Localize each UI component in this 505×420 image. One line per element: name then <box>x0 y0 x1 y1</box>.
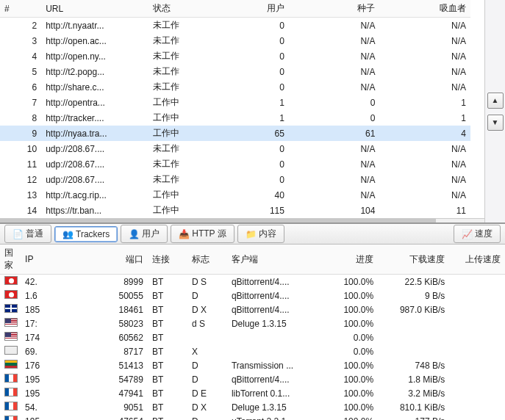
tracker-cell-url: udp://208.67.... <box>41 141 148 156</box>
col-header-flags[interactable]: 标志 <box>187 245 227 275</box>
peer-cell-client: qBittorrent/4.... <box>227 303 323 316</box>
tracker-cell-seeds: N/A <box>289 187 380 203</box>
peer-cell-conn: BT <box>148 372 187 386</box>
tracker-row[interactable]: 12udp://208.67....未工作0N/AN/A <box>0 172 470 187</box>
tab-http[interactable]: 📥 HTTP 源 <box>171 225 234 243</box>
col-header-client[interactable]: 客户端 <box>227 245 323 275</box>
tab-general[interactable]: 📄 普通 <box>4 225 51 243</box>
peer-row[interactable]: 17651413BTDTransmission ...100.0%748 B/s <box>0 358 505 372</box>
col-header-leechers[interactable]: 吸血者 <box>379 0 470 18</box>
col-header-connection[interactable]: 连接 <box>148 245 187 275</box>
tab-content-label: 内容 <box>259 228 276 240</box>
peer-row[interactable]: 19554789BTDqBittorrent/4....100.0%1.8 Mi… <box>0 372 505 386</box>
peer-cell-ul <box>449 400 505 414</box>
tracker-row[interactable]: 11udp://208.67....未工作0N/AN/A <box>0 156 470 172</box>
tracker-row[interactable]: 2http://t.nyaatr...未工作0N/AN/A <box>0 18 470 34</box>
col-header-port[interactable]: 端口 <box>100 245 148 275</box>
tracker-row[interactable]: 5http://t2.popg...未工作0N/AN/A <box>0 64 470 79</box>
bottom-tab-bar: 📄 普通 👥 Trackers 👤 用户 📥 HTTP 源 📁 内容 📈 速度 <box>0 224 505 245</box>
peer-flag-cell <box>0 414 21 420</box>
peer-row[interactable]: 69.8717BTX0.0% <box>0 344 505 358</box>
peer-row[interactable]: 42.8999BTD SqBittorrent/4....100.0%22.5 … <box>0 275 505 289</box>
tab-speed[interactable]: 📈 速度 <box>454 225 501 243</box>
tracker-cell-url: udp://208.67.... <box>41 172 148 187</box>
peer-cell-dl <box>378 330 449 344</box>
tracker-cell-url: http://t.nyaatr... <box>41 18 148 34</box>
peer-cell-dl <box>378 316 449 330</box>
tab-http-label: HTTP 源 <box>192 228 226 240</box>
tab-speed-label: 速度 <box>475 228 493 240</box>
col-header-ulspeed[interactable]: 上传速度 <box>449 245 505 275</box>
peers-pane[interactable]: 国家 IP 端口 连接 标志 客户端 进度 下载速度 上传速度 42.8999B… <box>0 245 505 420</box>
peer-cell-ip: 54. <box>21 400 100 414</box>
peer-cell-client: Deluge 1.3.15 <box>227 316 323 330</box>
peer-row[interactable]: 19547941BTD ElibTorrent 0.1...100.0%3.2 … <box>0 386 505 400</box>
peer-cell-conn: BT <box>148 400 187 414</box>
col-header-country[interactable]: 国家 <box>0 245 21 275</box>
col-header-url[interactable]: URL <box>41 0 148 18</box>
tracker-cell-users: 1 <box>198 110 289 126</box>
tracker-row[interactable]: 9http://nyaa.tra...工作中65614 <box>0 126 470 141</box>
tracker-cell-status: 工作中 <box>148 110 198 126</box>
peers-header-row: 国家 IP 端口 连接 标志 客户端 进度 下载速度 上传速度 <box>0 245 505 275</box>
tracker-row[interactable]: 4http://open.ny...未工作0N/AN/A <box>0 48 470 64</box>
tab-users[interactable]: 👤 用户 <box>121 225 168 243</box>
peer-cell-flags: D E <box>187 386 227 400</box>
tracker-row[interactable]: 6http://share.c...未工作0N/AN/A <box>0 79 470 95</box>
peer-cell-flags: D X <box>187 400 227 414</box>
peer-cell-client: qBittorrent/4.... <box>227 275 323 289</box>
peer-cell-ul <box>449 303 505 316</box>
trackers-hscrollbar[interactable] <box>0 218 484 222</box>
tracker-cell-users: 0 <box>198 79 289 95</box>
peer-cell-conn: BT <box>148 289 187 303</box>
peer-flag-cell <box>0 275 21 289</box>
tracker-row[interactable]: 14https://tr.ban...工作中11510411 <box>0 203 470 218</box>
peer-cell-prog: 100.0% <box>323 400 379 414</box>
move-down-button[interactable]: ▼ <box>487 115 504 131</box>
col-header-users[interactable]: 用户 <box>198 0 289 18</box>
tracker-cell-leech: N/A <box>379 141 470 156</box>
peer-cell-client <box>227 344 323 358</box>
tab-trackers[interactable]: 👥 Trackers <box>54 226 118 242</box>
tracker-cell-status: 工作中 <box>148 187 198 203</box>
peer-cell-flags: D <box>187 414 227 420</box>
tracker-row[interactable]: 13http://t.acg.rip...工作中40N/AN/A <box>0 187 470 203</box>
col-header-seeds[interactable]: 种子 <box>289 0 380 18</box>
tracker-row[interactable]: 8http://tracker....工作中101 <box>0 110 470 126</box>
tracker-cell-idx: 2 <box>0 18 41 34</box>
tracker-cell-users: 0 <box>198 141 289 156</box>
peer-cell-ip: 195 <box>21 372 100 386</box>
peer-row[interactable]: 19547654BTDμTorrent 2.2.1100.0%177 B/s <box>0 414 505 420</box>
peer-cell-ip: 185 <box>21 303 100 316</box>
move-up-button[interactable]: ▲ <box>487 93 504 109</box>
tracker-cell-seeds: N/A <box>289 18 380 34</box>
peer-row[interactable]: 17:58023BTd SDeluge 1.3.15100.0% <box>0 316 505 330</box>
tracker-row[interactable]: 10udp://208.67....未工作0N/AN/A <box>0 141 470 156</box>
col-header-dlspeed[interactable]: 下载速度 <box>378 245 449 275</box>
peer-cell-ul <box>449 344 505 358</box>
col-header-progress[interactable]: 进度 <box>323 245 379 275</box>
tracker-row[interactable]: 7http://opentra...工作中101 <box>0 95 470 110</box>
peer-cell-ul <box>449 330 505 344</box>
tracker-cell-url: http://t2.popg... <box>41 64 148 79</box>
trackers-scroll[interactable]: # URL 状态 用户 种子 吸血者 2http://t.nyaatr...未工… <box>0 0 484 222</box>
peer-cell-client: qBittorrent/4.... <box>227 289 323 303</box>
col-header-ip[interactable]: IP <box>21 245 100 275</box>
tracker-cell-seeds: 61 <box>289 126 380 141</box>
peer-row[interactable]: 54.9051BTD XDeluge 1.3.15100.0%810.1 KiB… <box>0 400 505 414</box>
tab-general-label: 普通 <box>26 228 43 240</box>
tracker-cell-url: https://tr.ban... <box>41 203 148 218</box>
col-header-index[interactable]: # <box>0 0 41 18</box>
tracker-cell-leech: N/A <box>379 187 470 203</box>
peer-row[interactable]: 17460562BT0.0% <box>0 330 505 344</box>
peer-flag-cell <box>0 303 21 316</box>
peer-row[interactable]: 1.650055BTDqBittorrent/4....100.0%9 B/s <box>0 289 505 303</box>
tab-content[interactable]: 📁 内容 <box>237 225 284 243</box>
tracker-row[interactable]: 3http://open.ac...未工作0N/AN/A <box>0 33 470 48</box>
peer-cell-port: 9051 <box>100 400 148 414</box>
tracker-cell-leech: N/A <box>379 33 470 48</box>
col-header-status[interactable]: 状态 <box>148 0 198 18</box>
peer-cell-dl: 810.1 KiB/s <box>378 400 449 414</box>
doc-icon: 📄 <box>12 229 23 239</box>
peer-row[interactable]: 18518461BTD XqBittorrent/4....100.0%987.… <box>0 303 505 316</box>
